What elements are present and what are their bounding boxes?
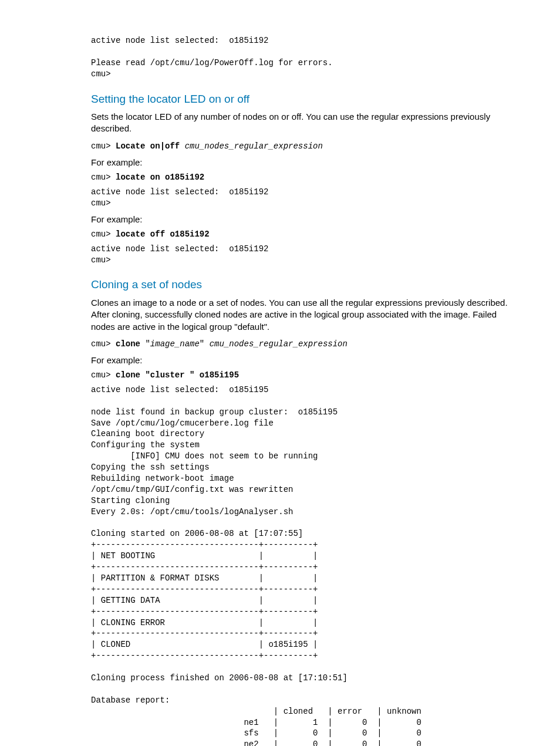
clone-output: active node list selected: o185i195 node… [91, 384, 513, 746]
example-locate-off-output: active node list selected: o185i192 cmu> [91, 244, 513, 266]
para-locator-led: Sets the locator LED of any number of no… [91, 111, 513, 135]
syntax-clone: cmu> clone "image_name" cmu_nodes_regula… [91, 339, 513, 350]
para-cloning: Clones an image to a node or a set of no… [91, 297, 513, 333]
for-example-clone: For example: [91, 355, 513, 366]
example-locate-on: cmu> locate on o185i192 [91, 172, 513, 183]
example-locate-off: cmu> locate off o185i192 [91, 229, 513, 240]
for-example-2: For example: [91, 214, 513, 225]
heading-cloning: Cloning a set of nodes [91, 277, 513, 292]
for-example-1: For example: [91, 157, 513, 168]
syntax-locate: cmu> Locate on|off cmu_nodes_regular_exp… [91, 141, 513, 152]
example-clone: cmu> clone "cluster " o185i195 [91, 370, 513, 381]
preamble-output: active node list selected: o185i192 Plea… [91, 35, 513, 80]
heading-locator-led: Setting the locator LED on or off [91, 92, 513, 107]
example-locate-on-output: active node list selected: o185i192 cmu> [91, 187, 513, 209]
